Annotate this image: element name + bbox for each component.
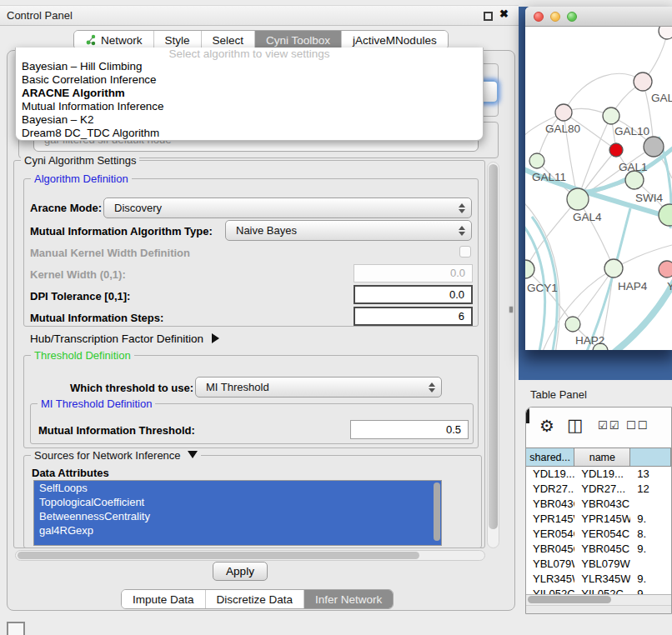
network-window-titlebar — [525, 7, 672, 27]
table-row[interactable]: YBR043CYBR043C — [526, 497, 671, 512]
new-table-icon[interactable] — [526, 407, 529, 423]
settings-horizontal-scrollbar[interactable] — [15, 550, 485, 561]
node-gal-top[interactable] — [634, 72, 652, 91]
attribute-item-topologicalcoefficient[interactable]: TopologicalCoefficient — [34, 495, 441, 509]
node-gal11[interactable] — [529, 153, 544, 168]
table-row[interactable]: YLR345WYLR345W9. — [526, 572, 671, 587]
deselect-all-icon[interactable]: ☐☐ — [626, 419, 649, 432]
table-cell: YDR27... — [574, 482, 630, 497]
network-view-window[interactable]: GALGAL80GAL10GAL1GAL11SWI4GAL4GCY1HAP4YH… — [525, 7, 672, 350]
select-all-icon[interactable]: ☑☑ — [598, 419, 620, 432]
table-cell: YER054C — [574, 527, 630, 542]
attribute-item-selfloops[interactable]: SelfLoops — [34, 481, 441, 495]
table-cell: 9. — [630, 542, 671, 557]
table-cell: 8. — [630, 527, 671, 542]
tab-discretize-data[interactable]: Discretize Data — [205, 590, 304, 608]
node-swi4[interactable] — [659, 204, 672, 226]
mi-type-combo[interactable]: Naive Bayes — [225, 220, 472, 241]
algo-item-bayesian-k2[interactable]: Bayesian – K2 — [16, 113, 483, 127]
table-row[interactable]: YDR27...YDR27...12 — [526, 482, 671, 497]
node-pink-right[interactable] — [659, 261, 672, 278]
node-label-gal80: GAL80 — [545, 122, 580, 135]
mi-threshold-field[interactable]: 0.5 — [350, 420, 469, 439]
which-threshold-combo[interactable]: MI Threshold — [195, 377, 442, 398]
tab-style[interactable]: Style — [153, 31, 201, 49]
table-row[interactable]: YBL079WYBL079W — [526, 557, 671, 572]
tab-impute-data[interactable]: Impute Data — [122, 590, 205, 608]
network-canvas[interactable]: GALGAL80GAL10GAL1GAL11SWI4GAL4GCY1HAP4YH… — [525, 27, 672, 350]
table-cell: YDL19... — [526, 467, 574, 482]
tab-infer-network[interactable]: Infer Network — [303, 590, 393, 608]
column-header-2[interactable] — [630, 448, 671, 467]
sources-group-title[interactable]: Sources for Network Inference — [31, 449, 201, 462]
scrollbar-thumb[interactable] — [528, 596, 611, 603]
table-cell: 13 — [630, 467, 671, 482]
algo-item-dream8-dc-tdc-algorithm[interactable]: Dream8 DC_TDC Algorithm — [16, 127, 483, 140]
tab-network[interactable]: Network — [74, 31, 153, 49]
columns-icon[interactable]: ◫ — [567, 415, 584, 435]
float-window-icon[interactable] — [484, 12, 493, 21]
kernel-width-field[interactable]: 0.0 — [354, 264, 473, 282]
mi-steps-label: Mutual Information Steps: — [30, 312, 163, 324]
node-hap2[interactable] — [565, 317, 580, 332]
control-panel-titlebar: Control Panel ✖ — [0, 5, 519, 26]
algorithm-list: Bayesian – Hill ClimbingBasic Correlatio… — [16, 60, 483, 140]
node-gray-node[interactable] — [644, 137, 664, 157]
aracne-mode-combo[interactable]: Discovery — [103, 198, 472, 218]
column-header-name[interactable]: name — [574, 448, 630, 467]
network-icon — [85, 34, 97, 46]
manual-kernel-checkbox[interactable] — [459, 246, 471, 258]
close-icon[interactable]: ✖ — [499, 8, 509, 20]
table-cell: YDR27... — [526, 482, 574, 497]
gear-icon[interactable]: ⚙ — [539, 416, 554, 436]
expanded-arrow-icon — [188, 451, 198, 458]
scrollbar-thumb[interactable] — [18, 552, 419, 559]
data-attributes-list[interactable]: SelfLoopsTopologicalCoefficientBetweenne… — [33, 480, 442, 546]
attribute-item-gal4rgexp[interactable]: gal4RGexp — [34, 523, 441, 538]
table-cell: YLR345W — [526, 572, 574, 587]
table-cell: YBR043C — [526, 497, 574, 512]
algo-item-bayesian-hill-climbing[interactable]: Bayesian – Hill Climbing — [16, 60, 483, 73]
tab-jactivemnodules[interactable]: jActiveMNodules — [341, 31, 448, 49]
node-red-node[interactable] — [609, 143, 623, 157]
table-cell: 9. — [630, 587, 671, 594]
node-gal80[interactable] — [555, 104, 572, 121]
node-gal4[interactable] — [567, 188, 589, 210]
attribute-item-clipped[interactable] — [34, 538, 441, 546]
tab-cyni-toolbox[interactable]: Cyni Toolbox — [254, 31, 341, 49]
settings-vertical-scrollbar[interactable] — [487, 162, 499, 548]
table-row[interactable]: YER054CYER054C8. — [526, 527, 671, 542]
tab-label-impute-data: Impute Data — [133, 593, 194, 606]
table-row[interactable]: YPR145WYPR145W9. — [526, 512, 671, 527]
scrollbar-thumb[interactable] — [489, 164, 498, 529]
dpi-tolerance-field[interactable]: 0.0 — [354, 285, 473, 304]
attributes-scrollbar[interactable] — [434, 482, 440, 541]
table-row[interactable]: YBR045CYBR045C9. — [526, 542, 671, 557]
splitter-grip[interactable] — [509, 307, 513, 312]
sources-title-text: Sources for Network Inference — [34, 449, 181, 462]
table-horizontal-scrollbar[interactable] — [526, 594, 671, 605]
algo-item-aracne-algorithm[interactable]: ARACNE Algorithm — [16, 87, 483, 100]
algo-item-mutual-information-inference[interactable]: Mutual Information Inference — [16, 100, 483, 113]
tab-label-infer-network: Infer Network — [315, 593, 382, 606]
node-top-arc[interactable] — [659, 27, 672, 39]
table-row[interactable]: YDL19...YDL19...13 — [526, 467, 671, 482]
attribute-item-betweennesscentrality[interactable]: BetweennessCentrality — [34, 509, 441, 523]
network-edges-teal — [525, 137, 672, 350]
column-header-shared[interactable]: shared... — [526, 448, 574, 467]
apply-button[interactable]: Apply — [213, 562, 268, 581]
table-row[interactable]: YIL052CYIL052C9. — [526, 587, 671, 594]
node-gal1[interactable] — [625, 171, 644, 189]
close-traffic-light-icon[interactable] — [534, 12, 544, 22]
node-gal10[interactable] — [603, 108, 619, 124]
zoom-traffic-light-icon[interactable] — [567, 12, 577, 22]
hub-definition-toggle[interactable]: Hub/Transcription Factor Definition — [30, 332, 219, 345]
minimized-window-icon[interactable] — [7, 622, 25, 635]
algo-item-basic-correlation-inference[interactable]: Basic Correlation Inference — [16, 73, 483, 87]
tab-select[interactable]: Select — [201, 31, 255, 49]
minimize-traffic-light-icon[interactable] — [550, 12, 560, 22]
table-cell: YBL079W — [574, 557, 630, 572]
node-hap4[interactable] — [604, 259, 623, 278]
mi-steps-field[interactable]: 6 — [354, 307, 473, 326]
algorithm-dropdown-popup: Select algorithm to view settings Bayesi… — [15, 48, 484, 141]
